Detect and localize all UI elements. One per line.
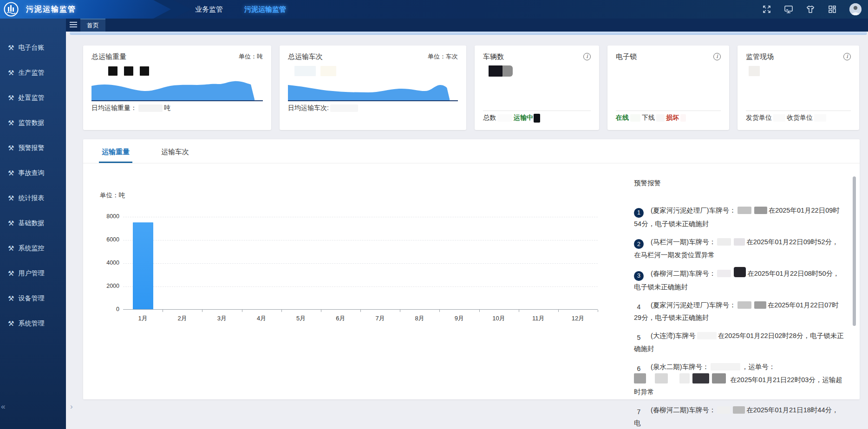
x-axis-tick-label: 4月 [242, 314, 281, 323]
tools-icon: ⚒ [8, 244, 14, 253]
alert-item[interactable]: 4(夏家河污泥处理厂)车牌号：在2025年01月22日07时29分，电子锁未正确… [634, 299, 844, 324]
redacted-value [294, 65, 458, 77]
sidebar-item[interactable]: ⚒系统管理 [0, 311, 66, 336]
app-logo-icon [3, 1, 19, 17]
bar-1月[interactable] [133, 222, 153, 310]
x-axis-tick [281, 310, 282, 312]
alert-text: (夏家河污泥处理厂)车牌号： [651, 301, 736, 309]
sidebar-item[interactable]: ⚒事故查询 [0, 161, 66, 186]
x-axis-tick [598, 310, 598, 312]
tools-icon: ⚒ [8, 194, 14, 202]
tools-icon: ⚒ [8, 294, 14, 303]
fullscreen-icon[interactable] [762, 5, 771, 14]
info-icon[interactable]: i [583, 53, 591, 60]
collapse-left-icon[interactable]: « [1, 402, 5, 411]
redaction-block [138, 104, 163, 112]
monitor-icon[interactable] [784, 5, 793, 14]
tab-transport-trips[interactable]: 运输车次 [158, 148, 192, 163]
sidebar-item-label: 用户管理 [18, 269, 44, 278]
redaction-block [712, 373, 726, 384]
sidebar-item[interactable]: ⚒处置监管 [0, 85, 66, 110]
header-icons [762, 0, 861, 19]
sidebar-item[interactable]: ⚒预警报警 [0, 136, 66, 161]
page-tab-bar: 首页 [66, 19, 868, 32]
x-axis-tick [360, 310, 361, 312]
sidebar-item-label: 处置监管 [18, 94, 44, 102]
alert-text: (马栏河一期)车牌号： [651, 238, 716, 246]
x-axis-tick-label: 8月 [400, 314, 439, 323]
sidebar-item[interactable]: ⚒生产监管 [0, 60, 66, 85]
redaction-block [655, 373, 668, 384]
menu-toggle-icon[interactable] [70, 22, 77, 28]
chart-unit-label: 单位：吨 [100, 191, 125, 200]
x-axis-tick-label: 5月 [281, 314, 321, 323]
redaction-block [679, 373, 690, 384]
redaction-block [737, 207, 751, 214]
user-avatar[interactable] [849, 3, 861, 15]
sidebar-item-label: 系统管理 [18, 319, 44, 328]
card-footer: 日均运输重量： 吨 [91, 101, 263, 115]
redaction-block [634, 373, 646, 384]
rank-badge: 5 [634, 333, 644, 343]
redaction-block [717, 238, 731, 246]
alert-item[interactable]: 1(夏家河污泥处理厂)车牌号：在2025年01月22日09时54分，电子锁未正确… [634, 204, 844, 230]
nav-item-sludge-transport[interactable]: 污泥运输监管 [244, 5, 286, 14]
sidebar-item-label: 基础数据 [18, 219, 44, 228]
redaction-block [717, 406, 730, 414]
redaction-block [717, 270, 731, 277]
alerts-list: 1(夏家河污泥处理厂)车牌号：在2025年01月22日09时54分，电子锁未正确… [634, 204, 846, 429]
sidebar-item[interactable]: ⚒设备管理 [0, 286, 66, 311]
alert-item[interactable]: 6(泉水二期)车牌号：，运单号： 在2025年01月21日22时03分，运输超时… [634, 361, 844, 398]
tab-transport-weight[interactable]: 运输重量 [99, 148, 132, 163]
sidebar-item[interactable]: ⚒系统监控 [0, 236, 66, 261]
rank-badge: 1 [634, 208, 644, 218]
y-axis-tick-label: 8000 [88, 213, 119, 220]
panel-tabs: 运输重量 运输车次 [83, 139, 860, 163]
header-nav: 业务监管 污泥运输监管 [195, 0, 286, 19]
panel-body: 单位：吨 1月2月3月4月5月6月7月8月9月10月11月12月 0200040… [83, 163, 860, 399]
theme-shirt-icon[interactable] [806, 5, 815, 14]
horizontal-scrollbar[interactable] [70, 32, 867, 35]
sidebar-item[interactable]: ⚒基础数据 [0, 211, 66, 236]
x-axis-tick-label: 2月 [163, 314, 202, 323]
alerts-panel: 预警报警 1(夏家河污泥处理厂)车牌号：在2025年01月22日09时54分，电… [622, 163, 860, 399]
alert-item[interactable]: 5(大连湾)车牌号在2025年01月22日02时28分，电子锁未正确施封 [634, 330, 844, 355]
sidebar-item[interactable]: ⚒监管数据 [0, 110, 66, 136]
info-icon[interactable]: i [843, 53, 851, 60]
x-axis-tick-label: 7月 [360, 314, 400, 323]
redaction-block [692, 373, 709, 384]
alert-text: (夏家河污泥处理厂)车牌号： [651, 207, 736, 214]
alert-item[interactable]: 7(春柳河二期)车牌号：在2025年01月21日18时44分，电 [634, 404, 844, 429]
alert-item[interactable]: 3(春柳河二期)车牌号：在2025年01月22日08时50分，电子锁未正确施封 [634, 267, 844, 293]
gridline [123, 263, 598, 264]
alert-item[interactable]: 2(马栏河一期)车牌号：在2025年01月22日09时52分，在马栏河一期发货位… [634, 236, 844, 261]
tab-home[interactable]: 首页 [80, 19, 105, 32]
x-axis-tick [439, 310, 440, 312]
sidebar-item[interactable]: ⚒电子台账 [0, 35, 66, 60]
redaction-block [656, 114, 665, 122]
sidebar-item[interactable]: ⚒用户管理 [0, 261, 66, 286]
gridline [123, 286, 598, 287]
main-content: 总运输重量 单位：吨 日均运输重量： 吨 [66, 35, 868, 429]
x-axis-tick [479, 310, 480, 312]
redaction-block [697, 332, 717, 339]
top-header: 污泥运输监管 业务监管 污泥运输监管 [0, 0, 868, 19]
info-icon[interactable]: i [713, 53, 721, 60]
y-axis-tick-label: 2000 [88, 283, 119, 289]
card-footer: 发货单位 收货单位 [746, 111, 851, 125]
alert-text: (大连湾)车牌号 [651, 332, 696, 339]
rank-badge: 4 [634, 302, 644, 312]
redaction-block [680, 114, 686, 122]
app-title: 污泥运输监管 [26, 0, 76, 19]
layout-grid-icon[interactable] [828, 5, 837, 14]
redaction-block [711, 363, 740, 370]
rank-badge: 2 [634, 239, 644, 249]
sidebar-item[interactable]: ⚒统计报表 [0, 186, 66, 211]
x-axis-tick-label: 11月 [519, 314, 558, 323]
alerts-scrollbar[interactable] [853, 176, 856, 326]
x-axis-tick-label: 6月 [321, 314, 360, 323]
sidebar-item-label: 电子台账 [18, 44, 44, 52]
sidebar-item-label: 监管数据 [18, 119, 44, 127]
nav-item-business[interactable]: 业务监管 [195, 5, 223, 14]
expand-right-icon[interactable]: › [70, 402, 73, 411]
